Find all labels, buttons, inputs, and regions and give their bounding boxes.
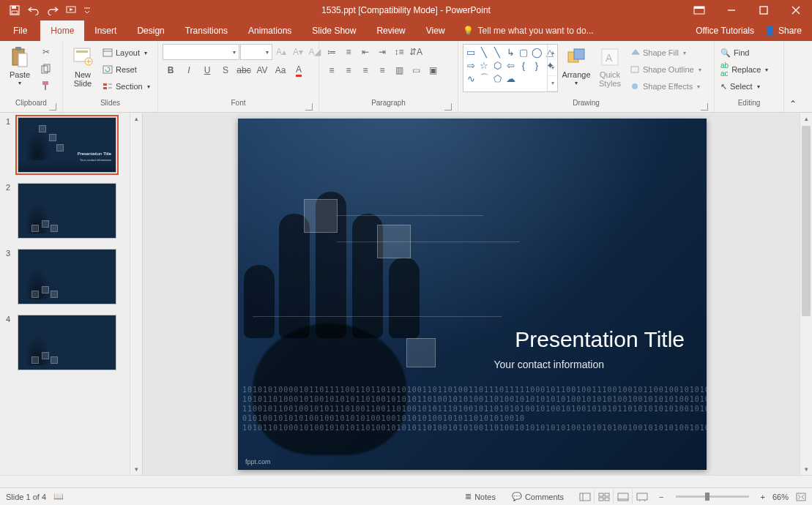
start-from-beginning-icon[interactable] xyxy=(63,1,81,19)
tab-view[interactable]: View xyxy=(416,20,455,41)
bullets-icon[interactable]: ≔ xyxy=(324,44,340,60)
slide-title[interactable]: Presentation Title xyxy=(515,327,685,352)
change-case-icon[interactable]: Aa xyxy=(272,62,288,78)
underline-icon[interactable]: U xyxy=(199,62,215,78)
shape-rect-icon[interactable]: ▢ xyxy=(518,46,529,58)
close-icon[interactable] xyxy=(780,0,812,20)
shape-line2-icon[interactable]: ╲ xyxy=(491,46,503,58)
shape-hexagon-icon[interactable]: ⬡ xyxy=(491,59,503,71)
thumb-4[interactable]: 4 xyxy=(6,315,128,370)
text-shadow-icon[interactable]: S xyxy=(217,62,234,78)
horizontal-scrollbar[interactable] xyxy=(0,475,812,487)
cut-icon[interactable]: ✂ xyxy=(38,44,54,60)
clipboard-launcher-icon[interactable] xyxy=(49,103,56,111)
font-color-icon[interactable]: A xyxy=(291,62,307,78)
shapes-gallery[interactable]: ▭ ╲ ╲ ↳ ▢ ◯ △ ⇨ ☆ ⬡ ⇦ { } ✦ ∿ ⌒ ⬠ ☁ ▴▾▾ xyxy=(463,44,558,92)
shape-fill-button[interactable]: Shape Fill▾ xyxy=(628,45,703,60)
shape-brace-r-icon[interactable]: } xyxy=(531,59,543,71)
italic-icon[interactable]: I xyxy=(181,62,197,78)
increase-font-icon[interactable]: A▴ xyxy=(273,44,289,60)
reading-view-icon[interactable] xyxy=(614,490,633,504)
zoom-level[interactable]: 66% xyxy=(772,493,789,501)
align-left-icon[interactable]: ≡ xyxy=(324,62,340,78)
find-button[interactable]: 🔍Find xyxy=(719,45,770,60)
line-spacing-icon[interactable]: ↕≡ xyxy=(391,44,407,60)
shape-brace-l-icon[interactable]: { xyxy=(518,59,529,71)
increase-indent-icon[interactable]: ⇥ xyxy=(374,44,390,60)
notes-button[interactable]: ≣Notes xyxy=(461,492,500,501)
paste-button[interactable]: Paste ▾ xyxy=(4,44,35,94)
text-direction-icon[interactable]: ⇵A xyxy=(408,44,424,60)
shape-arrow-icon[interactable]: ⇨ xyxy=(465,59,477,71)
fit-to-window-icon[interactable] xyxy=(796,493,806,501)
layout-button[interactable]: Layout▾ xyxy=(101,45,152,60)
decrease-indent-icon[interactable]: ⇤ xyxy=(357,44,373,60)
gallery-down-icon[interactable]: ▾ xyxy=(548,60,557,75)
tab-animations[interactable]: Animations xyxy=(238,20,302,41)
spell-check-icon[interactable]: 📖 xyxy=(53,492,64,501)
align-text-icon[interactable]: ▭ xyxy=(408,62,424,78)
zoom-out-icon[interactable]: − xyxy=(659,493,663,501)
normal-view-icon[interactable] xyxy=(576,490,595,504)
tab-insert[interactable]: Insert xyxy=(84,20,127,41)
font-launcher-icon[interactable] xyxy=(305,103,313,111)
copy-icon[interactable] xyxy=(38,61,54,77)
font-size-combo[interactable]: ▾ xyxy=(240,44,272,60)
collapse-ribbon-icon[interactable]: ⌃ xyxy=(784,41,802,112)
shape-connector-icon[interactable]: ↳ xyxy=(504,46,516,58)
ribbon-display-options-icon[interactable] xyxy=(683,0,715,20)
zoom-in-icon[interactable]: + xyxy=(761,493,765,501)
gallery-up-icon[interactable]: ▴ xyxy=(548,45,557,60)
tab-slide-show[interactable]: Slide Show xyxy=(302,20,366,41)
office-tutorials-link[interactable]: Office Tutorials xyxy=(696,26,754,36)
slide-show-icon[interactable] xyxy=(633,490,652,504)
drawing-launcher-icon[interactable] xyxy=(701,103,708,111)
shape-text-box-icon[interactable]: ▭ xyxy=(465,46,477,58)
numbering-icon[interactable]: ≡ xyxy=(340,44,357,60)
shape-outline-button[interactable]: Shape Outline▾ xyxy=(628,62,703,77)
smart-art-icon[interactable]: ▣ xyxy=(425,62,441,78)
slide-subtitle[interactable]: Your contact information xyxy=(494,359,604,370)
decrease-font-icon[interactable]: A▾ xyxy=(290,44,306,60)
shape-arrow-l-icon[interactable]: ⇦ xyxy=(504,59,516,71)
zoom-slider[interactable] xyxy=(676,495,749,498)
comments-button[interactable]: 💬Comments xyxy=(507,492,568,501)
quick-styles-button[interactable]: A Quick Styles xyxy=(595,44,625,94)
char-spacing-icon[interactable]: AV xyxy=(254,62,270,78)
strikethrough-icon[interactable]: abc xyxy=(236,62,252,78)
shape-line-icon[interactable]: ╲ xyxy=(478,46,490,58)
format-painter-icon[interactable] xyxy=(38,78,54,94)
thumb-3[interactable]: 3 xyxy=(6,249,128,304)
redo-icon[interactable] xyxy=(44,1,62,19)
qat-customize-icon[interactable] xyxy=(82,1,92,19)
tab-design[interactable]: Design xyxy=(127,20,174,41)
save-icon[interactable] xyxy=(6,1,23,19)
reset-button[interactable]: Reset xyxy=(101,62,152,77)
tab-review[interactable]: Review xyxy=(366,20,415,41)
shape-effects-button[interactable]: Shape Effects▾ xyxy=(628,79,703,94)
shape-oval-icon[interactable]: ◯ xyxy=(531,46,543,58)
shape-pentagon-icon[interactable]: ⬠ xyxy=(491,72,503,84)
arrange-button[interactable]: Arrange▾ xyxy=(561,44,592,94)
slide-sorter-icon[interactable] xyxy=(595,490,614,504)
section-button[interactable]: Section▾ xyxy=(101,79,152,94)
tab-home[interactable]: Home xyxy=(40,20,84,41)
shape-curve-icon[interactable]: ∿ xyxy=(465,72,477,84)
tab-transitions[interactable]: Transitions xyxy=(175,20,238,41)
undo-icon[interactable] xyxy=(25,1,42,19)
vertical-scrollbar[interactable]: ▴▾ xyxy=(800,113,812,475)
paragraph-launcher-icon[interactable] xyxy=(444,103,452,111)
shape-arc-icon[interactable]: ⌒ xyxy=(478,72,490,84)
align-right-icon[interactable]: ≡ xyxy=(357,62,373,78)
gallery-more-icon[interactable]: ▾ xyxy=(548,76,557,91)
tab-file[interactable]: File xyxy=(0,20,40,41)
new-slide-button[interactable]: New Slide xyxy=(67,44,98,94)
bold-icon[interactable]: B xyxy=(163,62,179,78)
slide[interactable]: Presentation Title Your contact informat… xyxy=(238,119,707,470)
align-center-icon[interactable]: ≡ xyxy=(340,62,357,78)
thumb-1[interactable]: 1 Presentation Title Your contact inform… xyxy=(6,117,128,173)
share-button[interactable]: 👤Share xyxy=(764,26,802,36)
slide-canvas[interactable]: Presentation Title Your contact informat… xyxy=(143,113,800,475)
shape-star-icon[interactable]: ☆ xyxy=(478,59,490,71)
font-family-combo[interactable]: ▾ xyxy=(163,44,239,60)
